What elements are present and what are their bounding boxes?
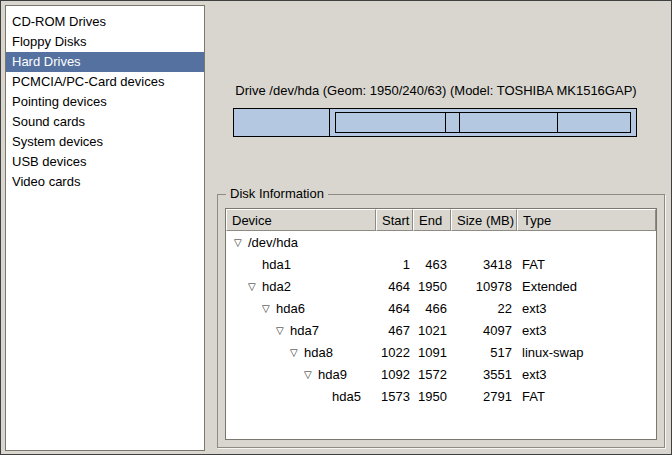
disk-row-hda5[interactable]: hda5157319502791FAT (226, 385, 656, 407)
column-header-end[interactable]: End (413, 209, 451, 231)
device-category-cd-rom-drives[interactable]: CD-ROM Drives (6, 12, 204, 32)
type-cell: linux-swap (517, 345, 656, 360)
start-cell: 464 (376, 301, 413, 316)
device-cell: ▽hda8 (226, 345, 376, 360)
type-cell: FAT (517, 389, 656, 404)
device-category-pcmcia-pc-card-devices[interactable]: PCMCIA/PC-Card devices (6, 72, 204, 92)
disk-row-hda2[interactable]: ▽hda2464195010978Extended (226, 275, 656, 297)
device-category-floppy-disks[interactable]: Floppy Disks (6, 32, 204, 52)
size-cell: 4097 (451, 323, 517, 338)
tree-indent (226, 396, 318, 397)
disk-information-frame: Disk Information DeviceStartEndSize (MB)… (217, 194, 665, 448)
disk-table-body: ▽/dev/hdahda114633418FAT▽hda246419501097… (226, 231, 656, 439)
disk-row-dev-hda[interactable]: ▽/dev/hda (226, 231, 656, 253)
type-cell: FAT (517, 257, 656, 272)
device-cell: ▽/dev/hda (226, 235, 376, 250)
primary-partition-divider (329, 109, 330, 136)
device-cell: hda5 (226, 389, 376, 404)
device-name: hda5 (332, 389, 361, 404)
column-header-type[interactable]: Type (517, 209, 656, 231)
type-cell: ext3 (517, 323, 656, 338)
logical-partition-divider (445, 113, 446, 132)
device-cell: hda1 (226, 257, 376, 272)
device-cell: ▽hda7 (226, 323, 376, 338)
device-cell: ▽hda9 (226, 367, 376, 382)
device-name: hda7 (290, 323, 319, 338)
device-name: hda2 (262, 279, 291, 294)
device-cell: ▽hda2 (226, 279, 376, 294)
device-category-hard-drives[interactable]: Hard Drives (6, 52, 204, 72)
device-category-video-cards[interactable]: Video cards (6, 172, 204, 192)
device-name: hda8 (304, 345, 333, 360)
end-cell: 463 (413, 257, 451, 272)
disk-row-hda9[interactable]: ▽hda9109215723551ext3 (226, 363, 656, 385)
start-cell: 1092 (376, 367, 413, 382)
device-category-usb-devices[interactable]: USB devices (6, 152, 204, 172)
expander-triangle-icon[interactable]: ▽ (248, 281, 262, 292)
tree-indent (226, 308, 262, 309)
expander-triangle-icon[interactable]: ▽ (276, 325, 290, 336)
start-cell: 467 (376, 323, 413, 338)
end-cell: 1091 (413, 345, 451, 360)
device-category-list: CD-ROM DrivesFloppy DisksHard DrivesPCMC… (5, 5, 205, 451)
tree-indent (226, 242, 234, 243)
start-cell: 1573 (376, 389, 413, 404)
end-cell: 1950 (413, 389, 451, 404)
type-cell: ext3 (517, 367, 656, 382)
size-cell: 2791 (451, 389, 517, 404)
end-cell: 466 (413, 301, 451, 316)
disk-information-title: Disk Information (226, 186, 328, 201)
end-cell: 1572 (413, 367, 451, 382)
expander-triangle-icon[interactable]: ▽ (304, 369, 318, 380)
disk-row-hda7[interactable]: ▽hda746710214097ext3 (226, 319, 656, 341)
device-name: hda6 (276, 301, 305, 316)
device-browser-window: CD-ROM DrivesFloppy DisksHard DrivesPCMC… (0, 0, 672, 455)
tree-indent (226, 330, 276, 331)
start-cell: 464 (376, 279, 413, 294)
size-cell: 10978 (451, 279, 517, 294)
logical-partition-divider (557, 113, 558, 132)
disk-row-hda1[interactable]: hda114633418FAT (226, 253, 656, 275)
tree-indent (226, 264, 248, 265)
device-name: /dev/hda (248, 235, 298, 250)
drive-description: Drive /dev/hda (Geom: 1950/240/63) (Mode… (205, 83, 667, 98)
partition-layout-bar (233, 108, 637, 137)
disk-row-hda6[interactable]: ▽hda646446622ext3 (226, 297, 656, 319)
device-name: hda1 (262, 257, 291, 272)
device-category-system-devices[interactable]: System devices (6, 132, 204, 152)
column-header-start[interactable]: Start (376, 209, 413, 231)
tree-indent (226, 286, 248, 287)
type-cell: ext3 (517, 301, 656, 316)
start-cell: 1022 (376, 345, 413, 360)
column-header-device[interactable]: Device (226, 209, 376, 231)
logical-partition-divider (459, 113, 460, 132)
disk-table: DeviceStartEndSize (MB)Type ▽/dev/hdahda… (225, 208, 657, 440)
start-cell: 1 (376, 257, 413, 272)
size-cell: 22 (451, 301, 517, 316)
tree-indent (226, 374, 304, 375)
disk-table-header: DeviceStartEndSize (MB)Type (226, 209, 656, 231)
size-cell: 3551 (451, 367, 517, 382)
end-cell: 1021 (413, 323, 451, 338)
disk-row-hda8[interactable]: ▽hda810221091517linux-swap (226, 341, 656, 363)
extended-partition-box (335, 112, 631, 133)
column-header-size-mb[interactable]: Size (MB) (451, 209, 517, 231)
device-cell: ▽hda6 (226, 301, 376, 316)
device-name: hda9 (318, 367, 347, 382)
end-cell: 1950 (413, 279, 451, 294)
type-cell: Extended (517, 279, 656, 294)
expander-triangle-icon[interactable]: ▽ (234, 237, 248, 248)
device-category-pointing-devices[interactable]: Pointing devices (6, 92, 204, 112)
expander-triangle-icon[interactable]: ▽ (262, 303, 276, 314)
tree-indent (226, 352, 290, 353)
expander-triangle-icon[interactable]: ▽ (290, 347, 304, 358)
device-category-sound-cards[interactable]: Sound cards (6, 112, 204, 132)
size-cell: 3418 (451, 257, 517, 272)
size-cell: 517 (451, 345, 517, 360)
